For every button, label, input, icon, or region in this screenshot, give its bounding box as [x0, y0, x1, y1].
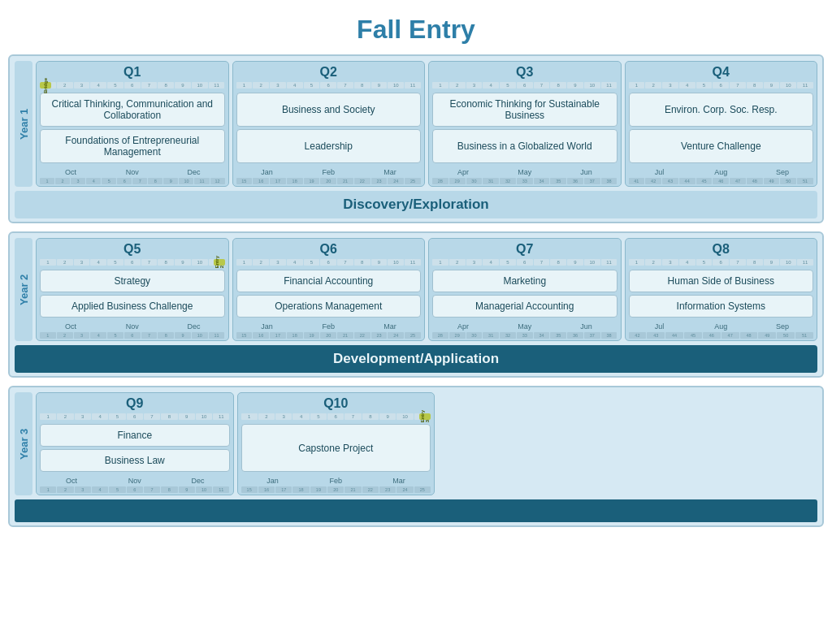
q1-months: Oct Nov Dec: [40, 168, 225, 176]
q10-course1: Capstone Project: [241, 424, 431, 472]
q6-bottom-weeks: 15 16 17 18 19 20 21 22 23 24 25: [236, 332, 422, 339]
q2-title: Q2: [236, 65, 422, 82]
q7-course2: Managerial Accounting: [432, 295, 618, 318]
q7-courses: Marketing Managerial Accounting: [432, 270, 618, 318]
q6-block: Q6 1 2 3 4 5 6 7 8 9 10 11 Financial Acc…: [232, 238, 426, 341]
entry3-bar: Entry 3: [419, 413, 431, 420]
q1-bottom-weeks: 1 2 3 4 5 6 7 8 9 10 11 12: [40, 178, 225, 184]
q4-week-row: 1 2 3 4 5 6 7 8 9 10 11: [629, 82, 814, 89]
bridge-bar: Bridge: [40, 82, 51, 89]
year1-quarters: Q1 Bridge 1 2 3 4 5 6 7 8 9 10 11: [36, 61, 817, 187]
q9-week-row: 1 2 3 4 5 6 7 8 9 10 11: [40, 413, 230, 420]
q6-months: Jan Feb Mar: [236, 322, 422, 331]
q4-courses: Environ. Corp. Soc. Resp. Venture Challe…: [629, 93, 814, 163]
q9-months: Oct Nov Dec: [40, 477, 230, 485]
q6-course1: Financial Accounting: [236, 270, 422, 292]
q5-course2: Applied Business Challenge: [40, 295, 225, 318]
year3-label: Year 3: [15, 392, 32, 495]
q8-course1: Human Side of Business: [629, 270, 814, 292]
entry2-bar: Entry 2: [214, 259, 225, 266]
q9-courses: Finance Business Law: [40, 424, 230, 472]
q10-months: Jan Feb Mar: [241, 477, 431, 485]
development-label: Development/Application: [15, 345, 817, 373]
q2-course2: Leadership: [236, 129, 422, 163]
q2-block: Q2 1 2 3 4 5 6 7 8 9 10 11 Business and …: [232, 61, 426, 187]
q7-months: Apr May Jun: [432, 322, 618, 331]
year1-block: Year 1 Q1 Bridge 1 2 3 4 5 6 7 8 9: [8, 54, 824, 223]
year3-filler: [438, 392, 817, 495]
q1-course2: Foundations of Entrepreneurial Managemen…: [40, 129, 225, 163]
q1-title: Q1: [40, 65, 225, 82]
q8-bottom-weeks: 42 43 44 45 46 47 48 49 50 51: [629, 332, 814, 339]
q1-block: Q1 Bridge 1 2 3 4 5 6 7 8 9 10 11: [36, 61, 229, 187]
entry2-label: Entry 2: [214, 256, 224, 268]
year1-label: Year 1: [15, 61, 32, 187]
q4-course2: Venture Challenge: [629, 129, 814, 163]
q3-course1: Economic Thinking for Sustainable Busine…: [432, 93, 618, 127]
q3-course2: Business in a Globalized World: [432, 129, 618, 163]
q5-title: Q5: [40, 242, 225, 259]
q2-bottom-weeks: 15 16 17 18 19 20 21 22 23 24 25: [236, 178, 422, 184]
q3-block: Q3 1 2 3 4 5 6 7 8 9 10 11 Economic Thin…: [428, 61, 622, 187]
bridge-label: Bridge: [43, 78, 48, 93]
q10-courses: Capstone Project: [241, 424, 431, 472]
year2-block: Year 2 Q5 1 2 3 4 5 6 7 8 9 10 11: [8, 231, 824, 378]
discovery-label: Discovery/Exploration: [15, 191, 817, 218]
q3-title: Q3: [432, 65, 618, 82]
q7-block: Q7 1 2 3 4 5 6 7 8 9 10 11 Marketing Man…: [428, 238, 622, 341]
year3-block: Year 3 Q9 1 2 3 4 5 6 7 8 9 10 11: [8, 386, 824, 527]
q5-bottom-weeks: 1 2 3 4 5 6 7 8 9 10 11: [40, 332, 225, 339]
q4-months: Jul Aug Sep: [629, 168, 814, 176]
q9-course2: Business Law: [40, 449, 230, 472]
q4-block: Q4 1 2 3 4 5 6 7 8 9 10 11 Environ. Corp…: [625, 61, 818, 187]
q1-course1: Critical Thinking, Communication and Col…: [40, 93, 225, 127]
q7-course1: Marketing: [432, 270, 618, 292]
q3-months: Apr May Jun: [432, 168, 618, 176]
q8-week-row: 1 2 3 4 5 6 7 8 9 10 11: [629, 259, 814, 266]
q10-week-row: 1 2 3 4 5 6 7 8 9 10 11 Entry 3: [241, 413, 431, 420]
q7-week-row: 1 2 3 4 5 6 7 8 9 10 11: [432, 259, 618, 266]
q3-courses: Economic Thinking for Sustainable Busine…: [432, 93, 618, 163]
q5-week-row: 1 2 3 4 5 6 7 8 9 10 11 Entry 2: [40, 259, 225, 266]
q9-course1: Finance: [40, 424, 230, 447]
q3-week-row: 1 2 3 4 5 6 7 8 9 10 11: [432, 82, 618, 89]
q2-months: Jan Feb Mar: [236, 168, 422, 176]
year2-quarters: Q5 1 2 3 4 5 6 7 8 9 10 11 Entry 2: [36, 238, 817, 341]
q7-title: Q7: [432, 242, 618, 259]
page-title: Fall Entry: [0, 0, 832, 54]
q5-months: Oct Nov Dec: [40, 322, 225, 331]
year2-label: Year 2: [15, 238, 32, 341]
q8-block: Q8 1 2 3 4 5 6 7 8 9 10 11 Human Side of…: [625, 238, 818, 341]
q8-title: Q8: [629, 242, 814, 259]
q2-week-row: 1 2 3 4 5 6 7 8 9 10 11: [236, 82, 422, 89]
year3-bottom-band: [15, 499, 817, 522]
q8-months: Jul Aug Sep: [629, 322, 814, 331]
q6-title: Q6: [236, 242, 422, 259]
q4-title: Q4: [629, 65, 814, 82]
q6-course2: Operations Management: [236, 295, 422, 318]
q7-bottom-weeks: 28 29 30 31 32 33 34 35 36 37 38: [432, 332, 618, 339]
q5-block: Q5 1 2 3 4 5 6 7 8 9 10 11 Entry 2: [36, 238, 229, 341]
q9-block: Q9 1 2 3 4 5 6 7 8 9 10 11 Finance Busin…: [36, 392, 234, 495]
q9-title: Q9: [40, 396, 230, 413]
q2-course1: Business and Society: [236, 93, 422, 127]
q8-courses: Human Side of Business Information Syste…: [629, 270, 814, 318]
q8-course2: Information Systems: [629, 295, 814, 318]
q5-courses: Strategy Applied Business Challenge: [40, 270, 225, 318]
entry3-label: Entry 3: [420, 410, 430, 422]
q3-bottom-weeks: 28 29 30 31 32 33 34 35 36 37 38: [432, 178, 618, 184]
q1-week-row: Bridge 1 2 3 4 5 6 7 8 9 10 11: [40, 82, 225, 89]
q10-block: Q10 1 2 3 4 5 6 7 8 9 10 11 Entry 3: [237, 392, 436, 495]
q6-courses: Financial Accounting Operations Manageme…: [236, 270, 422, 318]
q4-bottom-weeks: 41 42 43 44 45 46 47 48 49 50 51: [629, 178, 814, 184]
q10-bottom-weeks: 15 16 17 18 19 20 21 22 23 24 25: [241, 486, 431, 493]
q6-week-row: 1 2 3 4 5 6 7 8 9 10 11: [236, 259, 422, 266]
q1-courses: Critical Thinking, Communication and Col…: [40, 93, 225, 163]
q5-course1: Strategy: [40, 270, 225, 292]
q4-course1: Environ. Corp. Soc. Resp.: [629, 93, 814, 127]
q2-courses: Business and Society Leadership: [236, 93, 422, 163]
year3-quarters: Q9 1 2 3 4 5 6 7 8 9 10 11 Finance Busin…: [36, 392, 817, 495]
q10-title: Q10: [241, 396, 431, 413]
q9-bottom-weeks: 1 2 3 4 5 6 7 8 9 10 11: [40, 486, 230, 493]
